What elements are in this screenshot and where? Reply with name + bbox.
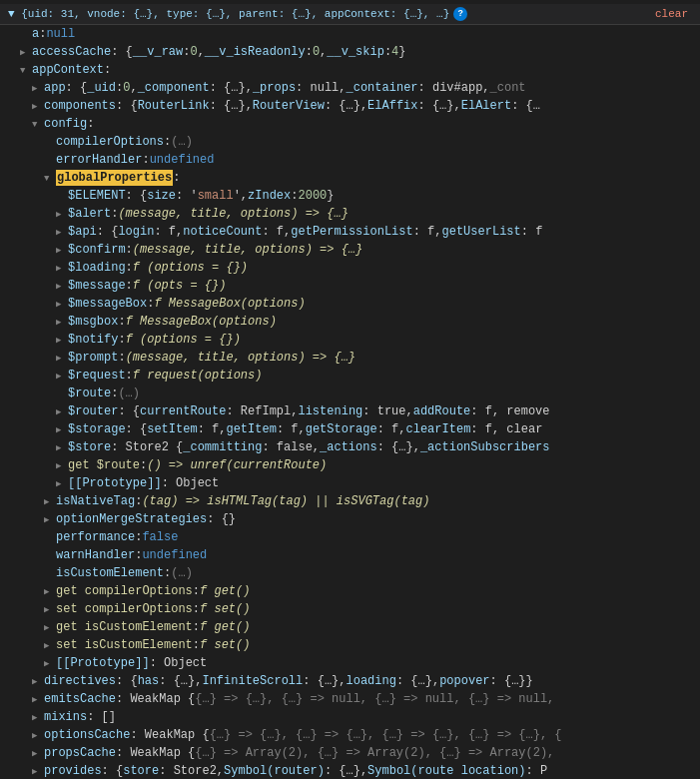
undefined-value: undefined xyxy=(150,152,215,168)
triangle-down-icon[interactable]: ▼ xyxy=(44,170,54,180)
object-key: isNativeTag xyxy=(56,493,135,509)
triangle-right-icon[interactable]: ▶ xyxy=(56,457,66,467)
triangle-down-icon[interactable]: ▼ xyxy=(32,116,42,126)
triangle-right-icon[interactable]: ▶ xyxy=(56,403,66,413)
triangle-right-icon[interactable]: ▶ xyxy=(32,763,42,773)
object-key: setItem xyxy=(147,421,197,437)
punctuation: : {…}, xyxy=(396,673,439,689)
punctuation: } xyxy=(327,188,334,204)
object-key: $storage xyxy=(68,421,126,437)
dim-text: (…) xyxy=(171,565,193,581)
triangle-right-icon[interactable]: ▶ xyxy=(56,296,66,306)
object-key: $confirm xyxy=(68,242,126,258)
object-key: _uid xyxy=(87,80,116,96)
triangle-right-icon[interactable]: ▶ xyxy=(56,206,66,216)
punctuation: : div#app, xyxy=(418,80,490,96)
tree-line: ▶$alert: (message, title, options) => {…… xyxy=(0,205,700,223)
function-value: f MessageBox(options) xyxy=(154,296,305,312)
triangle-right-icon[interactable]: ▶ xyxy=(44,583,54,593)
header-right: clear xyxy=(651,7,692,21)
object-key: getStorage xyxy=(306,421,377,437)
punctuation: : xyxy=(87,116,94,132)
punctuation: : xyxy=(39,26,46,42)
triangle-right-icon[interactable]: ▶ xyxy=(32,691,42,701)
function-value: () => unref(currentRoute) xyxy=(147,457,327,473)
triangle-right-icon[interactable]: ▶ xyxy=(56,368,66,378)
triangle-right-icon[interactable]: ▶ xyxy=(56,224,66,234)
triangle-right-icon[interactable]: ▶ xyxy=(56,475,66,485)
triangle-right-icon[interactable]: ▶ xyxy=(56,278,66,288)
punctuation: : f, xyxy=(262,224,291,240)
prototype-key: [[Prototype]] xyxy=(68,475,162,491)
object-key: optionMergeStrategies xyxy=(56,511,207,527)
object-key: components xyxy=(44,98,116,114)
tree-line: $ELEMENT: {size: 'small', zIndex: 2000} xyxy=(0,187,700,205)
triangle-right-icon[interactable]: ▶ xyxy=(56,332,66,342)
object-key: propsCache xyxy=(44,745,116,761)
tree-line: ▶$prompt: (message, title, options) => {… xyxy=(0,349,700,367)
function-value: f get() xyxy=(200,583,250,599)
punctuation: : {} xyxy=(207,511,236,527)
tree-line: ▶optionMergeStrategies: {} xyxy=(0,510,700,528)
triangle-right-icon[interactable]: ▶ xyxy=(32,727,42,737)
triangle-right-icon[interactable]: ▶ xyxy=(32,80,42,90)
punctuation: : {…}, xyxy=(325,763,367,779)
punctuation: : xyxy=(116,80,123,96)
object-key: store xyxy=(123,763,159,779)
punctuation: : [] xyxy=(87,709,116,725)
punctuation: : xyxy=(173,170,180,186)
triangle-right-icon[interactable]: ▶ xyxy=(56,350,66,360)
punctuation: : xyxy=(126,368,133,384)
number-value: 0 xyxy=(123,80,130,96)
tree-line: ▼globalProperties: xyxy=(0,169,700,187)
object-key: getItem xyxy=(226,421,276,437)
tree-line: ▶[[Prototype]]: Object xyxy=(0,474,700,492)
triangle-right-icon[interactable]: ▶ xyxy=(32,709,42,719)
punctuation: : f, clear xyxy=(470,421,542,437)
triangle-right-icon[interactable]: ▶ xyxy=(44,511,54,521)
punctuation: : ' xyxy=(176,188,198,204)
punctuation: : { xyxy=(126,188,148,204)
triangle-right-icon[interactable]: ▶ xyxy=(56,242,66,252)
punctuation: : P xyxy=(526,763,548,779)
punctuation: : { xyxy=(102,763,124,779)
triangle-right-icon[interactable]: ▶ xyxy=(44,493,54,503)
punctuation: : WeakMap { xyxy=(116,691,195,707)
triangle-right-icon[interactable]: ▶ xyxy=(56,260,66,270)
highlighted-key: globalProperties xyxy=(56,170,173,186)
clear-button[interactable]: clear xyxy=(651,7,692,21)
triangle-right-icon[interactable]: ▶ xyxy=(32,673,42,683)
object-key: $store xyxy=(68,439,111,455)
punctuation: : Object xyxy=(162,475,220,491)
triangle-right-icon[interactable]: ▶ xyxy=(32,745,42,755)
triangle-right-icon[interactable]: ▶ xyxy=(44,637,54,647)
info-badge[interactable]: ? xyxy=(453,7,467,21)
boolean-value: false xyxy=(142,529,178,545)
triangle-down-icon[interactable]: ▼ xyxy=(20,62,30,72)
object-key: _container xyxy=(347,80,418,96)
triangle-right-icon[interactable]: ▶ xyxy=(56,421,66,431)
function-value: (tag) => isHTMLTag(tag) || isSVGTag(tag) xyxy=(142,493,429,509)
object-key: _actions xyxy=(320,439,377,455)
function-value: f set() xyxy=(200,637,250,653)
object-key: config xyxy=(44,116,87,132)
triangle-right-icon[interactable]: ▶ xyxy=(56,439,66,449)
dim-text: {…} => Array(2), {…} => Array(2), {…} =>… xyxy=(195,745,554,761)
triangle-right-icon[interactable]: ▶ xyxy=(20,44,30,54)
punctuation: : xyxy=(126,260,133,276)
object-key: $message xyxy=(68,278,126,294)
triangle-right-icon[interactable]: ▶ xyxy=(44,601,54,611)
punctuation: : xyxy=(193,601,200,617)
punctuation: : xyxy=(111,206,118,222)
triangle-right-icon[interactable]: ▶ xyxy=(44,619,54,629)
triangle-right-icon[interactable]: ▶ xyxy=(44,655,54,665)
triangle-right-icon[interactable]: ▶ xyxy=(56,314,66,324)
object-key: directives xyxy=(44,673,116,689)
triangle-right-icon[interactable]: ▶ xyxy=(32,98,42,108)
punctuation: : f, remove xyxy=(470,403,549,419)
object-key: _props xyxy=(253,80,296,96)
object-key: $msgbox xyxy=(68,314,118,330)
object-key: $messageBox xyxy=(68,296,147,312)
string-value: small xyxy=(198,188,234,204)
object-key: accessCache xyxy=(32,44,111,60)
